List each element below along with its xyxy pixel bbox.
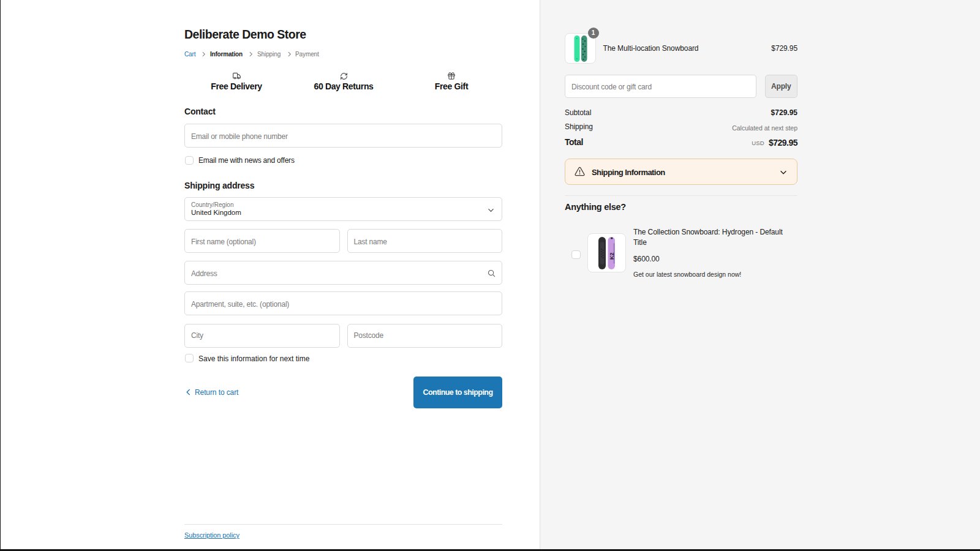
svg-text:K2: K2 [609,252,615,260]
